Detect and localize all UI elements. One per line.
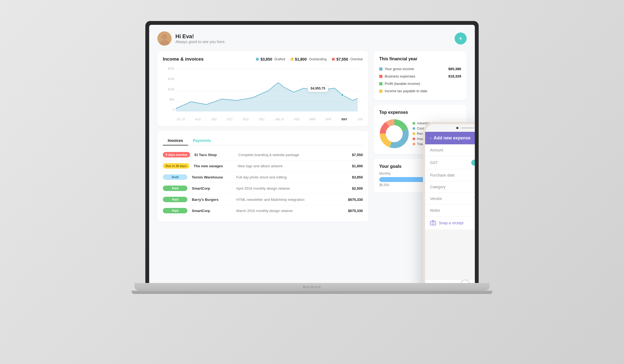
x-label-3: OCT bbox=[227, 118, 233, 121]
invoice-desc: April 2016 monthly design retainer bbox=[236, 186, 337, 190]
svg-rect-8 bbox=[430, 221, 436, 225]
invoices-card: Invoices Payments 8 days overdue El Taco… bbox=[157, 131, 368, 222]
client-name: El Taco Shop bbox=[195, 153, 234, 157]
overdue-amount: $7,550 bbox=[336, 57, 348, 61]
outstanding-amount: $1,800 bbox=[295, 57, 307, 61]
overdue-dot bbox=[332, 58, 335, 61]
phone-home-bar bbox=[425, 280, 475, 283]
y-label-20k: $20k bbox=[163, 67, 174, 70]
home-button[interactable] bbox=[460, 280, 470, 283]
phone-device: ‹ Add new expense Amount $3,363.00 › bbox=[423, 122, 475, 283]
table-row: Draft Tennis Warehouse Full day photo sh… bbox=[163, 172, 363, 183]
phone-content: ‹ Add new expense Amount $3,363.00 › bbox=[425, 132, 475, 280]
invoice-amount: $3,850 bbox=[341, 175, 363, 179]
client-name: SmartCorp bbox=[192, 209, 232, 213]
donut-chart bbox=[379, 119, 409, 149]
x-label-2: SEP bbox=[211, 118, 217, 121]
outstanding-dot bbox=[291, 58, 293, 61]
fy-row-2: Profit (taxable income) bbox=[379, 80, 461, 87]
phone-label-date: Purchase date bbox=[430, 173, 455, 177]
snap-left: Snap a receipt bbox=[430, 220, 463, 226]
laptop-base-lip bbox=[132, 291, 492, 294]
x-label-4: NOV bbox=[243, 118, 249, 121]
outstanding-label: Outstanding bbox=[309, 57, 326, 61]
fy-dot-1 bbox=[379, 75, 382, 78]
x-label-6: JAN 16 bbox=[275, 118, 284, 121]
subtitle: Always good to see you here. bbox=[175, 40, 226, 44]
exp-dot-travel bbox=[413, 143, 415, 145]
phone-row-amount: Amount $3,363.00 › bbox=[425, 144, 475, 156]
phone-camera-dot bbox=[456, 127, 458, 129]
x-label-7: FEB bbox=[294, 118, 299, 121]
client-name: Tennis Warehouse bbox=[192, 175, 232, 179]
table-row: Paid SmartCorp April 2016 monthly design… bbox=[163, 183, 363, 194]
client-name: Barry's Burgers bbox=[192, 198, 232, 202]
laptop-base: MacBook bbox=[134, 283, 490, 291]
invoice-list: 8 days overdue El Taco Shop Complete bra… bbox=[163, 149, 363, 216]
laptop-brand: MacBook bbox=[303, 285, 321, 289]
phone-title: Add new expense bbox=[434, 136, 470, 141]
y-label-0: 0 bbox=[163, 108, 174, 111]
exp-dot-advertising bbox=[413, 122, 415, 125]
status-badge: Due in 28 days bbox=[163, 163, 189, 169]
chart-legend: $3,850 Drafted $1,800 Outstanding bbox=[256, 57, 363, 61]
status-badge: Paid bbox=[163, 186, 187, 191]
phone-back-button[interactable]: ‹ bbox=[430, 136, 431, 141]
invoice-desc: New logo and album artwork bbox=[238, 164, 337, 168]
exp-dot-insurance bbox=[413, 138, 415, 140]
top-exp-title: Top expenses bbox=[379, 110, 461, 115]
fy-label-0: Your gross income bbox=[385, 67, 414, 71]
chart-fill bbox=[176, 83, 358, 111]
phone-label-vendor: Vendor bbox=[430, 196, 442, 201]
status-badge: 8 days overdue bbox=[163, 152, 190, 157]
gst-toggle[interactable] bbox=[471, 160, 475, 166]
legend-overdue: $7,550 Overdue bbox=[332, 57, 363, 61]
invoice-desc: March 2016 monthly design retainer bbox=[236, 209, 337, 213]
greeting: Hi Eva! bbox=[175, 33, 226, 40]
phone-row-notes: Notes Nikon D810 › bbox=[425, 205, 475, 216]
invoice-amount: $1,800 bbox=[341, 164, 363, 168]
x-label-10: MAY bbox=[342, 118, 347, 121]
tabs: Invoices Payments bbox=[163, 136, 363, 145]
chart-area: $20k $15k $10k $5k 0 JUL 15 AUG bbox=[163, 66, 363, 121]
phone-row-vendor: Vendor Ted's Camera › bbox=[425, 193, 475, 205]
table-row: Due in 28 days The new savages New logo … bbox=[163, 160, 363, 172]
phone-notch bbox=[425, 124, 475, 132]
table-row: Paid SmartCorp March 2016 monthly design… bbox=[163, 205, 363, 216]
avatar bbox=[157, 31, 172, 46]
phone-row-category: Category Camera gear › bbox=[425, 181, 475, 193]
x-label-9: APR bbox=[326, 118, 331, 121]
camera-icon bbox=[430, 220, 436, 226]
phone-row-snap[interactable]: Snap a receipt › bbox=[425, 216, 475, 229]
drafted-amount: $3,850 bbox=[260, 57, 272, 61]
drafted-dot bbox=[256, 58, 259, 61]
main-grid: Income & invoices $3,850 Drafted bbox=[157, 51, 467, 274]
fy-row-0: Your gross income $65,386 bbox=[379, 65, 461, 73]
fy-dot-2 bbox=[379, 82, 382, 85]
laptop-device: Hi Eva! Always good to see you here. + bbox=[132, 21, 492, 343]
snap-label: Snap a receipt bbox=[439, 221, 463, 225]
phone-speaker bbox=[461, 127, 474, 129]
tab-payments[interactable]: Payments bbox=[188, 136, 216, 145]
tab-invoices[interactable]: Invoices bbox=[163, 136, 188, 145]
fy-amount-0: $65,386 bbox=[448, 67, 461, 71]
status-badge: Paid bbox=[163, 208, 187, 213]
header-text: Hi Eva! Always good to see you here. bbox=[175, 33, 226, 44]
invoice-amount: $675,330 bbox=[341, 198, 363, 202]
left-panel: Income & invoices $3,850 Drafted bbox=[157, 51, 368, 274]
donut-hole bbox=[387, 126, 402, 141]
phone-form: Amount $3,363.00 › GST bbox=[425, 144, 475, 280]
invoice-amount: $675,330 bbox=[341, 209, 363, 213]
invoice-desc: Full day photo shoot and editing bbox=[236, 175, 337, 179]
chart-header: Income & invoices $3,850 Drafted bbox=[163, 56, 363, 62]
client-name: SmartCorp bbox=[192, 186, 232, 190]
invoice-desc: HTML newsletter and Mailchimp integratio… bbox=[236, 198, 337, 202]
fy-dot-3 bbox=[379, 89, 382, 93]
fy-title: This financial year bbox=[379, 56, 461, 61]
fy-row-3: Income tax payable to date bbox=[379, 87, 461, 95]
fy-label-1: Business expenses bbox=[385, 74, 415, 78]
x-label-1: AUG bbox=[195, 118, 201, 121]
add-button[interactable]: + bbox=[455, 32, 467, 44]
phone-row-gst: GST $305.72 › bbox=[425, 156, 475, 169]
fy-row-1: Business expenses $18,329 bbox=[379, 73, 461, 80]
